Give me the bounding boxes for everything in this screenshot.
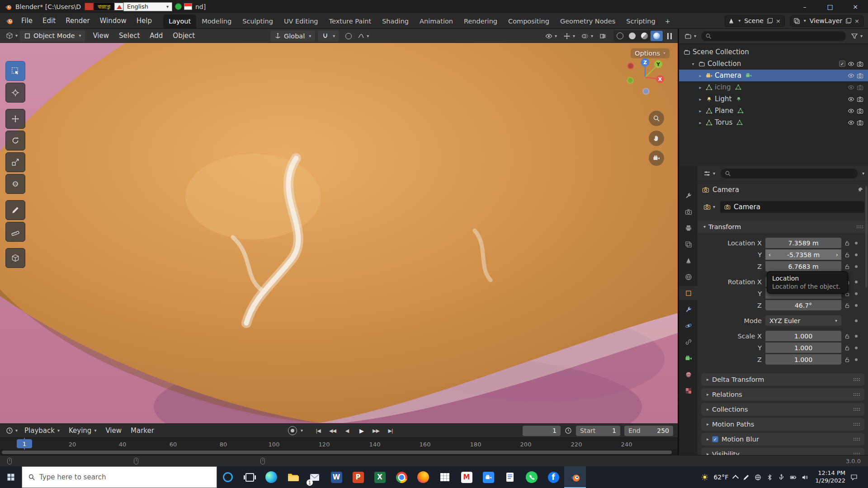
chevron-down-icon[interactable]: ▾ bbox=[301, 428, 303, 433]
viewlayer-name[interactable]: ViewLayer bbox=[808, 17, 844, 24]
outliner-editor-type-button[interactable]: ▾ bbox=[682, 31, 698, 42]
tab-output[interactable] bbox=[679, 221, 698, 235]
menu-window[interactable]: Window bbox=[95, 13, 132, 28]
location-z-field[interactable]: 6.7683 m bbox=[765, 261, 841, 272]
shading-solid-button[interactable] bbox=[626, 31, 638, 41]
animate-dot-icon[interactable] bbox=[855, 292, 858, 295]
drag-grip-icon[interactable] bbox=[854, 408, 860, 411]
scale-z-field[interactable]: 1.000 bbox=[765, 354, 841, 365]
section-delta-transform[interactable]: ▸ Delta Transform bbox=[701, 373, 864, 386]
mail-taskbar-button[interactable]: 1 bbox=[304, 466, 326, 488]
properties-editor-type-button[interactable]: ▾ bbox=[701, 168, 717, 179]
tool-annotate[interactable] bbox=[5, 200, 25, 220]
outliner-row-torus[interactable]: ▸ Torus bbox=[679, 117, 868, 128]
tool-move[interactable] bbox=[5, 109, 25, 129]
tab-shading[interactable]: Shading bbox=[377, 14, 414, 28]
tab-scene[interactable] bbox=[679, 253, 698, 267]
disable-in-renders-camera-icon[interactable] bbox=[857, 119, 863, 126]
jump-to-end-button[interactable]: ▶| bbox=[384, 426, 396, 436]
section-collections[interactable]: ▸ Collections bbox=[701, 403, 864, 416]
decrement-arrow-icon[interactable]: ‹ bbox=[769, 251, 771, 258]
outliner-row-scene-collection[interactable]: Scene Collection bbox=[679, 46, 868, 58]
word-taskbar-button[interactable]: W bbox=[326, 466, 347, 488]
chevron-down-icon[interactable]: ▾ bbox=[862, 171, 864, 176]
expand-icon[interactable]: ▸ bbox=[697, 120, 703, 125]
blender-menu-icon[interactable] bbox=[5, 16, 14, 25]
animate-dot-icon[interactable] bbox=[855, 358, 858, 361]
tool-transform[interactable] bbox=[5, 174, 25, 194]
lock-icon[interactable] bbox=[844, 240, 850, 246]
lock-icon[interactable] bbox=[844, 302, 850, 309]
firefox-taskbar-button[interactable] bbox=[412, 466, 434, 488]
menu-playback[interactable]: Playback ▾ bbox=[20, 427, 64, 435]
jump-to-prev-keyframe-button[interactable]: ◀◀ bbox=[326, 426, 339, 436]
section-relations[interactable]: ▸ Relations bbox=[701, 388, 864, 401]
expand-icon[interactable]: ▸ bbox=[697, 108, 703, 113]
close-button[interactable]: × bbox=[843, 0, 868, 13]
motion-blur-checkbox[interactable]: ✓ bbox=[712, 436, 718, 442]
maximize-button[interactable]: □ bbox=[817, 0, 843, 13]
tab-tool[interactable] bbox=[679, 188, 698, 202]
show-overlays-button[interactable]: ▾ bbox=[579, 30, 595, 42]
menu-object[interactable]: Object bbox=[168, 29, 200, 42]
taskbar-search-input[interactable] bbox=[39, 473, 211, 481]
menu-view[interactable]: View bbox=[88, 29, 114, 42]
start-frame-field[interactable]: Start 1 bbox=[576, 426, 620, 436]
disable-in-renders-camera-icon[interactable] bbox=[857, 96, 863, 103]
chevron-down-icon[interactable]: ▾ bbox=[804, 19, 806, 23]
tab-geometry-nodes[interactable]: Geometry Nodes bbox=[555, 14, 621, 28]
file-explorer-taskbar-button[interactable] bbox=[282, 466, 304, 488]
drag-grip-icon[interactable] bbox=[854, 393, 860, 396]
snap-toggle[interactable]: ▾ bbox=[318, 30, 339, 42]
usb-icon[interactable] bbox=[778, 474, 785, 481]
tab-material[interactable] bbox=[679, 367, 698, 381]
jump-to-next-keyframe-button[interactable]: ▶▶ bbox=[370, 426, 382, 436]
viewport-canvas[interactable]: Options ▾ Z Y X bbox=[0, 43, 678, 423]
hide-in-viewport-eye-icon[interactable] bbox=[848, 96, 854, 103]
taskbar-clock[interactable]: 12:14 PM 1/29/2022 bbox=[815, 469, 845, 485]
auto-keying-clock-icon[interactable] bbox=[565, 427, 572, 434]
object-name-field[interactable]: Camera bbox=[720, 201, 864, 213]
outliner-row-camera[interactable]: ▸ Camera bbox=[679, 70, 868, 81]
scrollbar-thumb[interactable] bbox=[2, 450, 672, 454]
outliner-row-light[interactable]: ▸ Light bbox=[679, 93, 868, 105]
powerpoint-taskbar-button[interactable]: P bbox=[347, 466, 369, 488]
animate-dot-icon[interactable] bbox=[855, 253, 858, 256]
auto-keying-record-button[interactable] bbox=[288, 426, 297, 435]
object-type-visibility-button[interactable]: ▾ bbox=[543, 30, 559, 42]
drag-grip-icon[interactable] bbox=[854, 423, 860, 426]
blender-taskbar-button[interactable] bbox=[564, 466, 586, 488]
tool-cursor[interactable] bbox=[5, 83, 25, 103]
show-gizmo-button[interactable]: ▾ bbox=[561, 30, 577, 42]
network-icon[interactable] bbox=[755, 474, 761, 481]
shading-material-button[interactable] bbox=[638, 31, 651, 41]
animate-dot-icon[interactable] bbox=[855, 281, 858, 283]
toggle-sidebar-button[interactable] bbox=[665, 30, 674, 42]
section-motion-paths[interactable]: ▸ Motion Paths bbox=[701, 418, 864, 431]
drag-grip-icon[interactable] bbox=[854, 378, 860, 381]
expand-icon[interactable]: ▸ bbox=[697, 97, 703, 102]
gmail-taskbar-button[interactable]: M bbox=[456, 466, 477, 488]
proportional-falloff-button[interactable]: ▾ bbox=[355, 30, 371, 42]
chrome-taskbar-button[interactable] bbox=[391, 466, 412, 488]
add-workspace-button[interactable]: + bbox=[661, 14, 675, 28]
tab-rendering[interactable]: Rendering bbox=[458, 14, 503, 28]
outliner-filter-button[interactable]: ▾ bbox=[849, 31, 865, 42]
tab-world[interactable] bbox=[679, 270, 698, 284]
remove-viewlayer-button[interactable]: × bbox=[854, 18, 860, 24]
tab-modifiers[interactable] bbox=[679, 302, 698, 316]
battery-icon[interactable] bbox=[790, 474, 797, 481]
menu-timeline-view[interactable]: View bbox=[101, 427, 126, 435]
lock-icon[interactable] bbox=[844, 263, 850, 270]
menu-edit[interactable]: Edit bbox=[38, 13, 61, 28]
scene-icon[interactable] bbox=[728, 18, 735, 24]
disable-in-renders-camera-icon[interactable] bbox=[857, 61, 863, 67]
menu-render[interactable]: Render bbox=[61, 13, 94, 28]
timeline-editor-type-button[interactable]: ▾ bbox=[4, 425, 20, 436]
tool-scale[interactable] bbox=[5, 152, 25, 172]
tab-object[interactable] bbox=[679, 286, 698, 300]
hide-in-viewport-eye-icon[interactable] bbox=[848, 119, 854, 126]
tool-add-cube[interactable] bbox=[5, 248, 25, 268]
lock-icon[interactable] bbox=[844, 357, 850, 363]
animate-dot-icon[interactable] bbox=[855, 319, 858, 322]
